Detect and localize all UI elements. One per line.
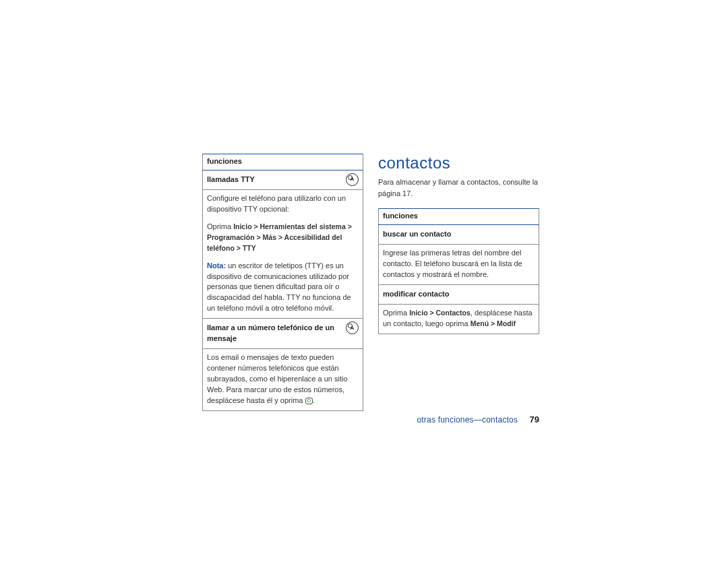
row-llamadas-tty-body: Configure el teléfono para utilizarlo co… <box>203 189 363 318</box>
row-llamar-numero-body: Los email o mensajes de texto pueden con… <box>203 349 363 411</box>
contactos-intro: Para almacenar y llamar a contactos, con… <box>378 177 539 199</box>
row-buscar-contacto-title: buscar un contacto <box>379 224 539 244</box>
funciones-table-left: funciones llamadas TTY Configure el telé… <box>202 154 363 411</box>
page-number: 79 <box>530 414 539 425</box>
modif-path2: Menú > Modif <box>471 319 516 327</box>
page-content: funciones llamadas TTY Configure el telé… <box>202 154 539 411</box>
oprima-prefix: Oprima <box>207 222 233 230</box>
section-heading-contactos: contactos <box>378 154 539 173</box>
tty-config-text: Configure el teléfono para utilizarlo co… <box>207 193 359 215</box>
row-llamar-numero-title: llamar a un número telefónico de un mens… <box>203 319 363 349</box>
ok-key-icon: O <box>305 398 313 404</box>
modif-path1: Inicio > Contactos <box>409 309 471 317</box>
tty-nota-block: Nota: un escritor de teletipos (TTY) es … <box>207 261 359 315</box>
page-footer: otras funciones—contactos 79 <box>202 414 539 425</box>
right-column: contactos Para almacenar y llamar a cont… <box>378 154 539 411</box>
tty-path-line: Oprima Inicio > Herramientas del sistema… <box>207 222 359 254</box>
llamar-body-prefix: Los email o mensajes de texto pueden con… <box>207 353 348 404</box>
funciones-table-right: funciones buscar un contacto Ingrese las… <box>378 208 539 334</box>
row-modificar-contacto-title: modificar contacto <box>379 284 539 304</box>
breadcrumb: otras funciones—contactos <box>417 415 518 425</box>
two-column-layout: funciones llamadas TTY Configure el telé… <box>202 154 539 411</box>
accessibility-icon <box>346 321 359 334</box>
row-buscar-contacto-body: Ingrese las primeras letras del nombre d… <box>379 244 539 284</box>
table-header-funciones: funciones <box>203 154 363 170</box>
table-header-funciones: funciones <box>379 209 539 225</box>
left-column: funciones llamadas TTY Configure el telé… <box>202 154 363 411</box>
llamadas-tty-label: llamadas TTY <box>207 175 255 183</box>
llamar-body-suffix: . <box>313 396 315 404</box>
accessibility-icon <box>346 173 359 186</box>
llamar-numero-label: llamar a un número telefónico de un mens… <box>207 323 338 344</box>
modif-prefix: Oprima <box>383 309 409 317</box>
nota-text: un escritor de teletipos (TTY) es un dis… <box>207 261 351 313</box>
nota-label: Nota: <box>207 261 226 270</box>
row-llamadas-tty-title: llamadas TTY <box>203 170 363 189</box>
row-modificar-contacto-body: Oprima Inicio > Contactos, desplácese ha… <box>379 304 539 334</box>
